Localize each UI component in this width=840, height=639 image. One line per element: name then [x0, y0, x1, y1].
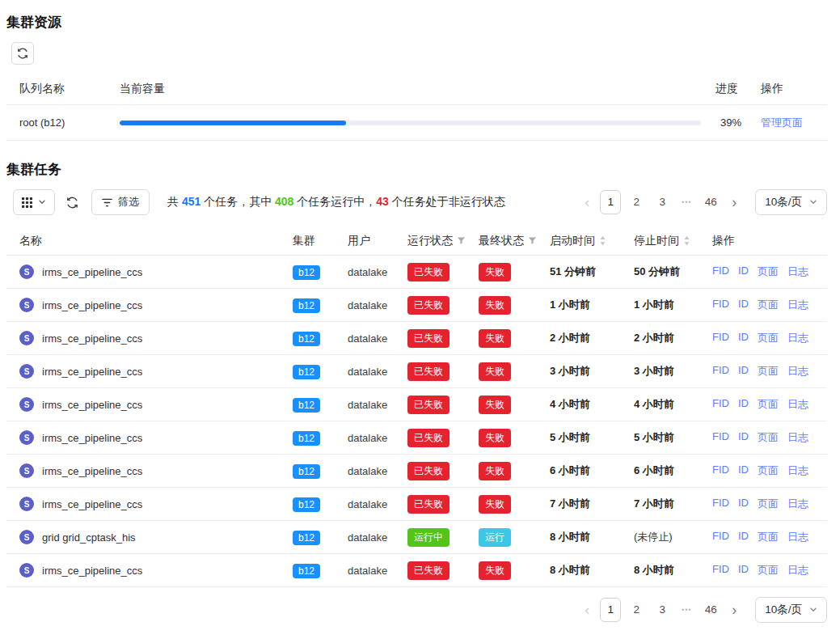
prev-page-button[interactable]: ‹ [579, 598, 595, 622]
page-button-1[interactable]: 1 [600, 190, 621, 214]
resources-refresh-button[interactable] [11, 42, 34, 65]
page-link[interactable]: 页面 [758, 430, 779, 445]
task-actions-cell: FID ID 页面 日志 [706, 331, 827, 345]
run-status-cell: 已失败 [407, 495, 479, 514]
task-user: datalake [348, 266, 407, 278]
resources-title: 集群资源 [6, 13, 827, 32]
fid-link[interactable]: FID [712, 364, 729, 379]
page-button-46[interactable]: 46 [700, 598, 721, 622]
avatar-letter: S [24, 367, 30, 376]
task-cluster-cell: b12 [293, 332, 348, 345]
page-link[interactable]: 页面 [758, 497, 779, 511]
page-link[interactable]: 页面 [758, 364, 779, 379]
fid-link[interactable]: FID [712, 463, 729, 478]
stop-time: 1 小时前 [634, 298, 706, 312]
run-status-badge: 已失败 [407, 329, 450, 348]
task-name-cell: S irms_ce_pipeline_ccs [6, 463, 293, 478]
fid-link[interactable]: FID [712, 264, 729, 279]
col-header-final-status: 最终状态 [479, 234, 550, 248]
log-link[interactable]: 日志 [787, 497, 808, 511]
view-options-dropdown-button[interactable] [13, 189, 55, 215]
start-time: 1 小时前 [550, 298, 634, 312]
id-link[interactable]: ID [738, 298, 749, 312]
page-link[interactable]: 页面 [758, 264, 779, 279]
id-link[interactable]: ID [738, 364, 749, 379]
filter-button[interactable]: 筛选 [91, 189, 150, 215]
page-button-2[interactable]: 2 [626, 190, 647, 214]
page-link[interactable]: 页面 [758, 563, 779, 578]
tasks-title: 集群任务 [6, 160, 827, 180]
col-header-user-label: 用户 [348, 234, 370, 248]
refresh-icon [17, 48, 28, 59]
avatar-letter: S [24, 467, 30, 476]
fid-link[interactable]: FID [712, 331, 729, 345]
filter-funnel-icon[interactable] [528, 236, 537, 245]
run-status-badge: 已失败 [407, 396, 450, 414]
page-link[interactable]: 页面 [758, 397, 779, 412]
log-link[interactable]: 日志 [787, 463, 808, 478]
task-type-avatar-icon: S [19, 364, 34, 379]
log-link[interactable]: 日志 [787, 397, 808, 412]
next-page-button[interactable]: › [726, 190, 742, 214]
tasks-refresh-button[interactable] [61, 189, 83, 215]
cluster-badge: b12 [293, 365, 320, 379]
log-link[interactable]: 日志 [787, 298, 808, 312]
page-button-46[interactable]: 46 [700, 190, 721, 214]
log-link[interactable]: 日志 [787, 563, 808, 578]
prev-page-button[interactable]: ‹ [579, 190, 595, 214]
fid-link[interactable]: FID [712, 430, 729, 445]
fid-link[interactable]: FID [712, 563, 729, 578]
page-ellipsis[interactable]: ••• [677, 198, 695, 206]
avatar-letter: S [24, 434, 30, 442]
pagination-bottom: ‹ 1 2 3 ••• 46 › 10条/页 [579, 597, 827, 623]
sort-icon[interactable] [599, 235, 606, 246]
fid-link[interactable]: FID [712, 530, 729, 544]
page-button-3[interactable]: 3 [652, 598, 673, 622]
id-link[interactable]: ID [738, 264, 749, 279]
id-link[interactable]: ID [738, 331, 749, 345]
manage-page-link[interactable]: 管理页面 [761, 116, 803, 129]
task-name: irms_ce_pipeline_ccs [42, 366, 142, 378]
page-link[interactable]: 页面 [758, 298, 779, 312]
page-button-3[interactable]: 3 [652, 190, 673, 214]
grid-icon [22, 197, 32, 208]
task-type-avatar-icon: S [19, 563, 34, 578]
page-size-select[interactable]: 10条/页 [755, 189, 827, 215]
page-button-2[interactable]: 2 [626, 598, 647, 622]
final-status-badge: 失败 [479, 429, 511, 447]
page-ellipsis[interactable]: ••• [677, 606, 695, 614]
page-button-1[interactable]: 1 [600, 598, 621, 622]
id-link[interactable]: ID [738, 397, 749, 412]
filter-button-label: 筛选 [118, 195, 139, 209]
id-link[interactable]: ID [738, 530, 749, 544]
log-link[interactable]: 日志 [787, 430, 808, 445]
col-header-run-status-label: 运行状态 [407, 234, 453, 248]
log-link[interactable]: 日志 [787, 264, 808, 279]
refresh-icon [66, 197, 78, 209]
final-status-cell: 失败 [479, 296, 550, 315]
col-header-queue: 队列名称 [6, 82, 120, 96]
id-link[interactable]: ID [738, 497, 749, 511]
task-user: datalake [348, 531, 407, 544]
filter-funnel-icon[interactable] [457, 236, 466, 245]
page-link[interactable]: 页面 [758, 463, 779, 478]
fid-link[interactable]: FID [712, 298, 729, 312]
id-link[interactable]: ID [738, 563, 749, 578]
log-link[interactable]: 日志 [787, 331, 808, 345]
task-type-avatar-icon: S [19, 331, 34, 345]
sort-icon[interactable] [683, 235, 690, 246]
id-link[interactable]: ID [738, 430, 749, 445]
task-actions-cell: FID ID 页面 日志 [706, 497, 827, 511]
page-link[interactable]: 页面 [758, 530, 779, 544]
fid-link[interactable]: FID [712, 497, 729, 511]
avatar-letter: S [24, 500, 30, 509]
log-link[interactable]: 日志 [787, 364, 808, 379]
page-link[interactable]: 页面 [758, 331, 779, 345]
id-link[interactable]: ID [738, 463, 749, 478]
start-time: 51 分钟前 [550, 264, 634, 279]
log-link[interactable]: 日志 [787, 530, 808, 544]
page-size-select[interactable]: 10条/页 [755, 597, 827, 623]
fid-link[interactable]: FID [712, 397, 729, 412]
next-page-button[interactable]: › [726, 598, 742, 622]
col-header-start-time-label: 启动时间 [550, 234, 595, 248]
